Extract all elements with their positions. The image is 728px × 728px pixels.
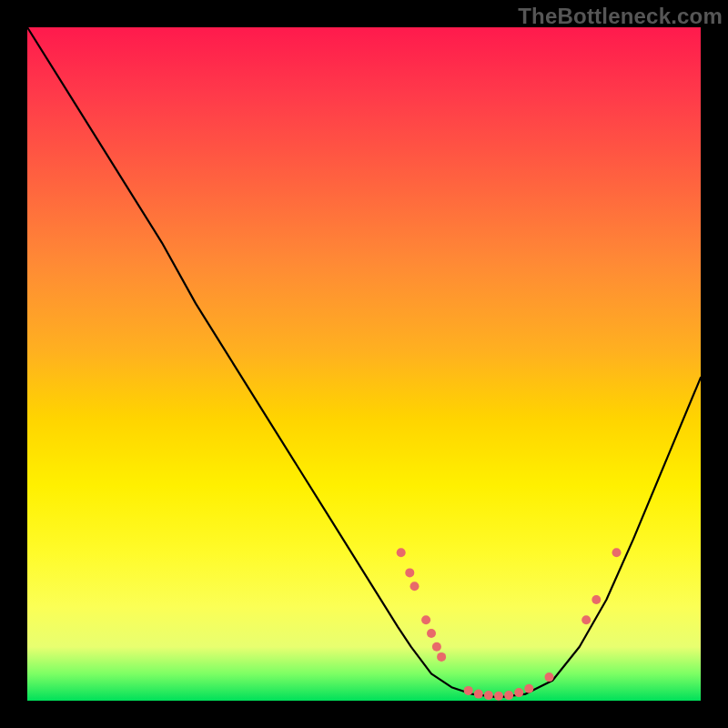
data-marker bbox=[474, 690, 483, 699]
data-marker bbox=[581, 615, 591, 624]
data-marker bbox=[421, 615, 430, 624]
data-marker bbox=[524, 684, 533, 693]
data-marker bbox=[437, 652, 446, 662]
data-marker bbox=[592, 595, 601, 604]
watermark-text: TheBottleneck.com bbox=[518, 4, 723, 29]
data-marker bbox=[397, 548, 406, 557]
data-marker bbox=[464, 686, 473, 695]
data-marker bbox=[612, 548, 622, 557]
data-marker bbox=[432, 642, 441, 652]
curve-svg bbox=[27, 27, 701, 701]
data-marker bbox=[405, 568, 414, 577]
data-marker bbox=[427, 629, 436, 638]
data-marker bbox=[484, 691, 493, 700]
data-marker bbox=[410, 581, 420, 591]
data-marker bbox=[504, 691, 513, 700]
data-marker bbox=[545, 672, 554, 682]
data-marker bbox=[514, 688, 523, 697]
chart-frame: TheBottleneck.com bbox=[0, 0, 728, 728]
marker-group bbox=[397, 548, 622, 701]
plot-area bbox=[27, 27, 701, 701]
data-marker bbox=[494, 692, 503, 701]
